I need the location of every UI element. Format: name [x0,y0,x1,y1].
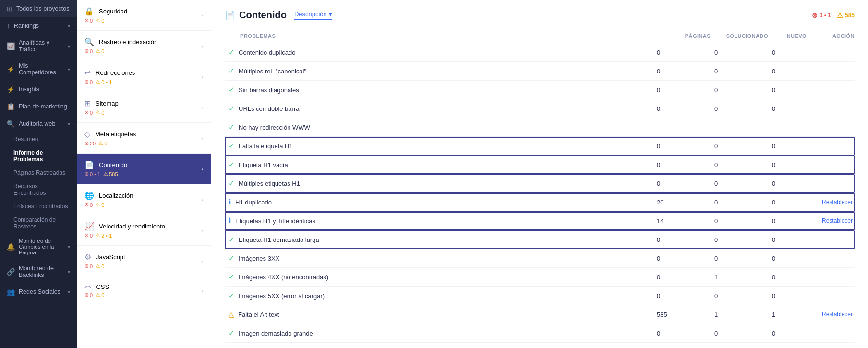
row-pages: 585 [653,311,711,318]
status-icon: ✓ [229,85,235,94]
middle-item-sitemap[interactable]: ⊞ Sitemap ⊗ 0 ⚠ 0 › [77,92,211,123]
middle-item-label: JavaScript [96,253,125,261]
row-problem: △ Falta el Alt text [229,310,653,319]
middle-item-velocidad[interactable]: 📈 Velocidad y rendimiento ⊗ 0 ⚠ 2 • 1 › [77,215,211,246]
warn-stat: ⚠ 585 [103,171,118,177]
js-icon: ⚙ [84,252,91,262]
chevron-right-icon: › [201,228,203,233]
security-icon: 🔒 [84,7,94,16]
triangle-icon: ⚠ [96,17,100,24]
row-action[interactable]: Restablecer [807,311,855,318]
status-icon: ✓ [229,254,235,263]
middle-item-label: Seguridad [99,8,127,15]
status-icon: ℹ [229,216,231,225]
row-action[interactable]: Restablecer [807,217,855,224]
middle-item-redirecciones[interactable]: ↩ Redirecciones ⊗ 0 ⚠ 0 • 1 › [77,61,211,92]
sidebar-item-label: Mis Competidores [19,62,64,76]
sidebar-item-label: Redes Sociales [19,288,60,295]
warn-stat: ⚠ 0 [96,109,104,116]
chevron-right-icon: › [201,135,203,141]
sidebar-sub-item-recursos[interactable]: Recursos Encontrados [13,180,77,200]
table-row: ✓ Falta la etiqueta H1 0 0 0 [225,137,855,156]
warn-stat: ⚠ 0 [96,263,104,269]
circle-x-icon: ⊗ [84,292,89,298]
sidebar-item-rankings[interactable]: ↑ Rankings ▾ [0,17,77,35]
sidebar-sub-item-paginas[interactable]: Páginas Rastreadas [13,166,77,180]
sidebar-sub-item-comparacion[interactable]: Comparación de Rastreos [13,213,77,233]
err-stat: ⊗ 0 [84,202,93,208]
circle-x-icon: ⊗ [84,202,89,208]
meta-icon: ◇ [84,130,90,139]
table-row: ℹ H1 duplicado 20 0 0 Restablecer [225,193,855,212]
sidebar-item-label: Monitoreo de Cambios en la Página [19,238,64,255]
warn-stat: ⚠ 0 [98,140,107,146]
sidebar-item-todos[interactable]: ⊞ Todos los proyectos [0,0,77,17]
table-row: ✓ Sin barras diagonales 0 0 0 [225,81,855,99]
sidebar-item-monitoreo-cambios[interactable]: 🔔 Monitoreo de Cambios en la Página ▾ [0,233,77,260]
middle-item-javascript[interactable]: ⚙ JavaScript ⊗ 0 ⚠ 0 › [77,246,211,276]
sidebar-item-monitoreo-backlinks[interactable]: 🔗 Monitoreo de Backlinks ▾ [0,260,77,283]
warn-stat: ⚠ 0 [96,48,104,54]
sidebar-sub-item-informe[interactable]: Informe de Problemas [13,146,77,166]
description-button[interactable]: Descripción ▾ [294,11,332,20]
row-solved: 0 [711,49,768,56]
middle-item-localizacion[interactable]: 🌐 Localización ⊗ 0 ⚠ 0 › [77,184,211,215]
sidebar-item-analiticas[interactable]: 📈 Analíticas y Tráfico ▾ [0,35,77,58]
row-problem: ✓ Imágenes 5XX (error al cargar) [229,291,653,300]
sidebar-item-redes[interactable]: 👥 Redes Sociales ▾ [0,283,77,300]
sidebar-sub-item-enlaces[interactable]: Enlaces Encontrados [13,200,77,213]
row-solved: 0 [711,199,768,206]
row-new: 0 [768,330,807,337]
err-stat: ⊗ 0 • 1 [84,171,100,177]
plan-icon: 📋 [7,103,15,110]
chevron-down-icon: ▾ [68,24,70,29]
row-problem: ✓ Etiqueta H1 vacía [229,160,653,169]
sidebar-item-insights[interactable]: ⚡ Insights [0,81,77,98]
row-pages: 14 [653,217,711,225]
table-row: ✓ Imágenes 3XX 0 0 0 [225,249,855,268]
row-solved: 0 [711,180,768,187]
row-action[interactable]: Restablecer [807,199,855,205]
crawl-icon: 🔍 [84,37,94,47]
err-stat: ⊗ 0 [84,109,93,116]
triangle-warn-icon: ⚠ [837,12,843,19]
middle-item-seguridad[interactable]: 🔒 Seguridad ⊗ 0 ⚠ 0 › [77,0,211,31]
warn-stat: ⚠ 0 • 1 [96,79,112,85]
sidebar-item-auditoria[interactable]: 🔍 Auditoría web ▾ [0,115,77,132]
row-solved: 0 [711,105,768,112]
sidebar-item-competidores[interactable]: ⚡ Mis Competidores ▾ [0,58,77,81]
table-row: ✓ URLs con doble barra 0 0 0 [225,99,855,118]
sidebar-sub-item-resumen[interactable]: Resumen [13,132,77,146]
header-badges: ⊗ 0 • 1 ⚠ 585 [812,12,855,19]
row-solved: 0 [711,68,768,75]
err-stat: ⊗ 0 [84,17,93,24]
main-content: 📄 Contenido Descripción ▾ ⊗ 0 • 1 ⚠ 585 … [211,0,868,348]
header-warn-badge: ⚠ 585 [837,12,855,19]
chevron-down-icon: ▾ [68,67,70,72]
circle-x-icon: ⊗ [84,48,89,54]
status-icon: ✓ [229,291,235,300]
row-problem: ✓ Etiqueta H1 demasiado larga [229,235,653,244]
middle-item-css[interactable]: <> CSS ⊗ 0 ⚠ 0 › [77,276,211,305]
circle-x-icon: ⊗ [84,171,89,177]
middle-item-contenido[interactable]: 📄 Contenido ⊗ 0 • 1 ⚠ 585 › [77,154,211,184]
row-pages: 0 [653,161,711,168]
table-row: ✓ Imágenes 4XX (no encontradas) 0 1 0 [225,268,855,287]
audit-icon: 🔍 [7,120,15,128]
row-pages: 0 [653,68,711,75]
row-solved: 0 [711,143,768,150]
insights-icon: ⚡ [7,85,15,93]
row-problem: ✓ Múltiples rel="canonical" [229,67,653,75]
middle-item-meta[interactable]: ◇ Meta etiquetas ⊗ 20 ⚠ 0 › [77,123,211,154]
chevron-down-icon: ▾ [68,44,70,49]
table-body: ✓ Contenido duplicado 0 0 0 ✓ Múltiples … [225,43,855,343]
table-row: ✓ Etiqueta H1 demasiado larga 0 0 0 [225,230,855,249]
sidebar-item-plan[interactable]: 📋 Plan de marketing [0,98,77,115]
chevron-down-icon: ▾ [68,269,70,275]
table-row: ✓ Imágenes 5XX (error al cargar) 0 0 0 [225,287,855,305]
chevron-right-icon: › [201,43,203,49]
err-stat: ⊗ 0 [84,79,93,85]
middle-item-rastreo[interactable]: 🔍 Rastreo e indexación ⊗ 0 ⚠ 0 › [77,31,211,61]
col-new: NUEVO [768,33,807,39]
triangle-icon: ⚠ [96,292,100,298]
